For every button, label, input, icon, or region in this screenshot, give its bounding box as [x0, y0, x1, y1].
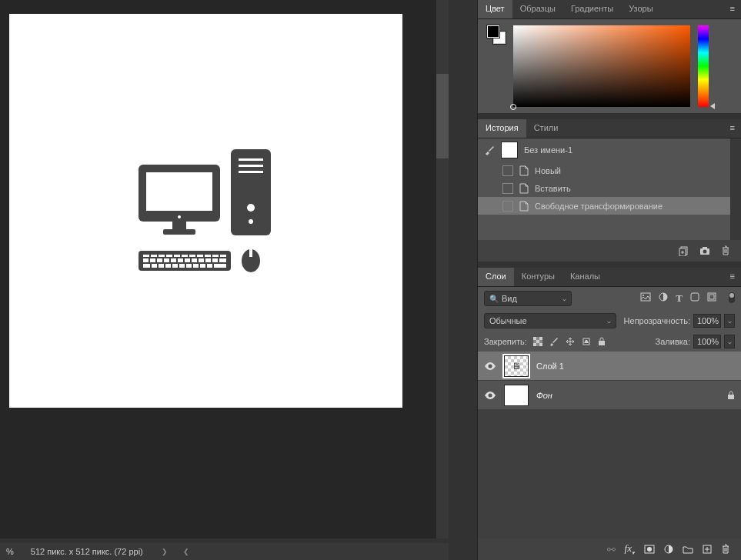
- visibility-eye-icon[interactable]: [484, 362, 496, 371]
- fill-input[interactable]: 100%: [693, 335, 721, 348]
- history-item-new[interactable]: Новый: [478, 162, 741, 179]
- canvas-v-scrollbar[interactable]: [436, 0, 449, 538]
- foreground-swatch[interactable]: [487, 25, 499, 38]
- lock-all-icon[interactable]: [598, 337, 606, 346]
- layer-mask-icon[interactable]: [644, 545, 655, 554]
- history-item-label: Вставить: [535, 184, 571, 193]
- tab-swatches[interactable]: Образцы: [512, 0, 563, 18]
- adjustment-layer-icon[interactable]: [664, 545, 673, 554]
- color-panel-menu-icon[interactable]: ≡: [724, 0, 741, 18]
- opacity-input[interactable]: 100%: [693, 314, 721, 328]
- filter-pixel-icon[interactable]: [640, 292, 651, 305]
- layer-item-layer-1[interactable]: 🖥 Слой 1: [478, 352, 741, 381]
- svg-rect-23: [143, 258, 149, 262]
- new-layer-icon[interactable]: [703, 545, 712, 554]
- camera-icon[interactable]: [699, 246, 710, 255]
- layer-filter-select[interactable]: 🔍 Вид ⌵: [484, 291, 572, 306]
- svg-rect-63: [533, 343, 536, 346]
- svg-rect-25: [157, 258, 162, 262]
- layer-name[interactable]: Фон: [536, 391, 552, 400]
- history-document-row[interactable]: Без имени-1: [478, 138, 741, 162]
- layer-thumb[interactable]: 🖥: [504, 355, 529, 377]
- chevron-down-icon: ⌵: [607, 318, 611, 325]
- tab-layers[interactable]: Слои: [478, 268, 514, 286]
- link-layers-icon[interactable]: ⚯: [607, 544, 616, 555]
- tab-channels[interactable]: Каналы: [562, 268, 608, 286]
- svg-rect-20: [205, 255, 211, 257]
- group-icon[interactable]: [683, 545, 693, 554]
- trash-icon[interactable]: [721, 245, 730, 256]
- history-panel-menu-icon[interactable]: ≡: [724, 119, 741, 138]
- history-item-paste[interactable]: Вставить: [478, 179, 741, 197]
- history-scrollbar[interactable]: [730, 138, 741, 240]
- layers-lock-row: Закрепить: Заливка: 100% ⌵: [478, 332, 741, 352]
- blend-mode-select[interactable]: Обычные ⌵: [484, 313, 616, 328]
- svg-rect-12: [143, 255, 149, 257]
- fg-bg-swatch[interactable]: [487, 25, 506, 44]
- layers-panel-menu-icon[interactable]: ≡: [724, 268, 741, 286]
- fill-dropdown-icon[interactable]: ⌵: [724, 335, 735, 348]
- filter-toggle[interactable]: [729, 292, 735, 303]
- document-icon: [519, 165, 529, 176]
- layer-thumb[interactable]: [504, 385, 529, 406]
- svg-rect-26: [164, 258, 169, 262]
- lock-position-icon[interactable]: [566, 337, 575, 346]
- opacity-label: Непрозрачность:: [624, 316, 690, 325]
- svg-rect-24: [150, 258, 155, 262]
- history-item-label: Свободное трансформирование: [535, 202, 663, 211]
- svg-rect-6: [239, 158, 263, 161]
- svg-rect-17: [182, 255, 188, 257]
- layers-empty-area[interactable]: [478, 410, 741, 541]
- hue-indicator-icon: [710, 103, 715, 109]
- history-doc-name: Без имени-1: [524, 145, 572, 155]
- svg-point-68: [489, 393, 492, 397]
- filter-shape-icon[interactable]: [690, 292, 699, 305]
- history-panel: История Стили ≡ Без имени-1 Новый: [478, 119, 741, 262]
- history-item-transform[interactable]: Свободное трансформирование: [478, 197, 741, 215]
- svg-rect-7: [239, 165, 263, 167]
- layer-name[interactable]: Слой 1: [536, 362, 564, 371]
- history-item-checkbox[interactable]: [502, 183, 513, 194]
- status-zoom[interactable]: %: [3, 547, 17, 556]
- tab-history[interactable]: История: [478, 119, 526, 138]
- filter-adjustment-icon[interactable]: [659, 292, 668, 305]
- lock-brush-icon[interactable]: [549, 337, 559, 346]
- status-arrow-right-icon[interactable]: ❯: [157, 548, 172, 555]
- new-document-icon[interactable]: [678, 245, 689, 256]
- layer-item-background[interactable]: Фон: [478, 381, 741, 410]
- svg-rect-15: [166, 255, 172, 257]
- color-picker-field[interactable]: [513, 25, 690, 107]
- svg-rect-13: [151, 255, 157, 257]
- history-item-checkbox[interactable]: [502, 201, 513, 212]
- tab-color[interactable]: Цвет: [478, 0, 512, 18]
- trash-icon[interactable]: [721, 544, 730, 555]
- visibility-eye-icon[interactable]: [484, 391, 496, 400]
- filter-smartobject-icon[interactable]: [707, 292, 716, 305]
- history-item-checkbox[interactable]: [502, 165, 513, 176]
- status-dimensions[interactable]: 512 пикс. x 512 пикс. (72 ppi): [23, 547, 151, 556]
- filter-type-icon[interactable]: T: [676, 292, 683, 305]
- lock-label: Закрепить:: [484, 337, 527, 346]
- color-cursor-icon: [510, 104, 516, 110]
- layer-fx-icon[interactable]: fx▾: [625, 542, 635, 556]
- scrollbar-thumb[interactable]: [436, 74, 449, 158]
- svg-rect-33: [212, 258, 218, 262]
- history-item-label: Новый: [535, 166, 561, 175]
- hue-slider[interactable]: [698, 25, 709, 107]
- status-arrow-left-icon[interactable]: ❮: [179, 548, 194, 555]
- svg-rect-31: [199, 258, 204, 262]
- svg-point-67: [489, 364, 492, 368]
- lock-transparency-icon[interactable]: [533, 337, 542, 346]
- lock-icon[interactable]: [727, 391, 735, 400]
- tab-gradients[interactable]: Градиенты: [563, 0, 621, 18]
- opacity-dropdown-icon[interactable]: ⌵: [724, 314, 735, 328]
- canvas[interactable]: [9, 14, 402, 408]
- lock-artboard-icon[interactable]: [582, 337, 591, 346]
- svg-rect-40: [179, 264, 185, 268]
- tab-patterns[interactable]: Узоры: [621, 0, 660, 18]
- svg-rect-36: [152, 264, 157, 268]
- svg-rect-16: [174, 255, 180, 257]
- svg-rect-42: [193, 264, 199, 268]
- tab-paths[interactable]: Контуры: [514, 268, 562, 286]
- tab-styles[interactable]: Стили: [526, 119, 566, 138]
